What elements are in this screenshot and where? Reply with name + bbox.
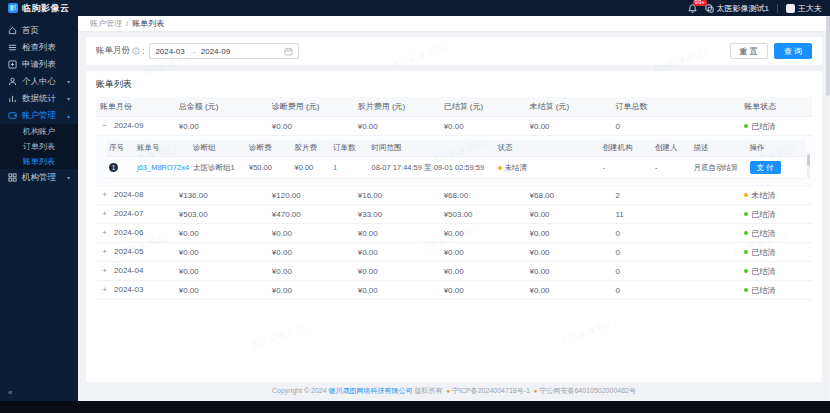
calendar-icon	[284, 47, 293, 56]
range-end-value[interactable]: 2024-09	[201, 47, 230, 56]
sidebar-item-apply-list[interactable]: 申请列表	[0, 56, 78, 73]
dcol-film-fee: 胶片费	[292, 140, 331, 157]
plus-square-icon	[8, 60, 17, 69]
org-name: 太医影像测试1	[717, 3, 769, 14]
breadcrumb-parent[interactable]: 账户管理	[90, 18, 122, 29]
expand-row-icon[interactable]: +	[100, 191, 109, 200]
expand-row-icon[interactable]: +	[100, 267, 109, 276]
org-switcher[interactable]: 太医影像测试1	[705, 3, 769, 14]
film-value: ¥0.00	[354, 262, 440, 281]
chart-icon	[8, 94, 17, 103]
film-value: ¥16.00	[354, 186, 440, 205]
sidebar-item-label: 账单列表	[23, 156, 55, 167]
status-dot-icon	[744, 212, 748, 216]
sidebar-item-personal-center[interactable]: 个人中心 ▾	[0, 73, 78, 90]
chevron-down-icon: ▾	[67, 174, 70, 181]
unsettled-value: ¥0.00	[526, 117, 612, 136]
settled-value: ¥0.00	[440, 262, 526, 281]
breadcrumb-separator: /	[126, 19, 128, 28]
settled-value: ¥0.00	[440, 243, 526, 262]
sidebar-item-label: 个人中心	[22, 76, 56, 88]
user-menu[interactable]: 王大夫	[786, 3, 822, 14]
notification-badge: 99+	[693, 0, 707, 6]
dcol-group: 诊断组	[190, 140, 246, 157]
orders-count-link[interactable]: 1	[333, 163, 337, 172]
app-window: 影 临朐影像云 99+ 太医影像测试1 王大夫 首页	[0, 0, 830, 413]
film-value: ¥0.00	[354, 243, 440, 262]
sidebar-item-order-list[interactable]: 订单列表	[0, 139, 78, 154]
filter-bar: 账单月份 : 2024-03 → 2024-09 重 置 查 询	[86, 37, 822, 65]
bill-no-link[interactable]: j63_M8RO72x4	[137, 163, 189, 172]
sidebar-item-label: 检查列表	[22, 42, 56, 54]
sidebar-item-bill-list[interactable]: 账单列表	[0, 154, 78, 169]
expand-row-icon[interactable]: +	[100, 286, 109, 295]
total-value: ¥0.00	[175, 117, 268, 136]
list-icon	[8, 43, 17, 52]
logo-icon: 影	[8, 3, 18, 13]
film-value: ¥33.00	[354, 205, 440, 224]
col-order-count: 订单总数	[611, 97, 740, 117]
logo-text: 临朐影像云	[22, 2, 70, 15]
expand-row-icon[interactable]: +	[100, 229, 109, 238]
table-row-2024-07: +2024-07 ¥503.00 ¥470.00 ¥33.00 ¥503.00 …	[96, 205, 812, 224]
range-start-value[interactable]: 2024-03	[155, 47, 184, 56]
creator-value: -	[652, 157, 691, 179]
expand-row-icon[interactable]: +	[100, 248, 109, 257]
total-value: ¥0.00	[175, 262, 268, 281]
sidebar-item-label: 首页	[22, 25, 39, 37]
sidebar-item-org-management[interactable]: 机构管理 ▾	[0, 169, 78, 186]
diag-value: ¥470.00	[268, 205, 354, 224]
page-scrollbar-thumb[interactable]	[826, 16, 830, 96]
search-button[interactable]: 查 询	[774, 43, 812, 59]
orders-value: 2	[611, 186, 740, 205]
month-range-picker[interactable]: 2024-03 → 2024-09	[149, 43, 299, 59]
pay-button[interactable]: 支 付	[750, 161, 781, 174]
reset-button[interactable]: 重 置	[730, 43, 768, 59]
app-logo[interactable]: 影 临朐影像云	[8, 2, 70, 15]
settled-value: ¥503.00	[440, 205, 526, 224]
dcol-action: 操作	[747, 140, 807, 157]
expand-row-icon[interactable]: +	[100, 210, 109, 219]
bill-month-label: 账单月份 :	[96, 45, 144, 57]
home-icon	[8, 26, 17, 35]
sidebar-item-org-accounts[interactable]: 机构账户	[0, 124, 78, 139]
collapse-row-icon[interactable]: −	[100, 122, 109, 131]
sidebar-item-account-management[interactable]: 账户管理 ▴	[0, 107, 78, 124]
notifications-button[interactable]: 99+	[688, 3, 697, 13]
month-value: 2024-03	[114, 285, 143, 294]
status-badge: 已结清	[744, 121, 775, 132]
table-row-2024-05: +2024-05 ¥0.00 ¥0.00 ¥0.00 ¥0.00 ¥0.00 0…	[96, 243, 812, 262]
chevron-down-icon: ▾	[67, 95, 70, 102]
status-dot-icon	[744, 250, 748, 254]
table-row-2024-03: +2024-03 ¥0.00 ¥0.00 ¥0.00 ¥0.00 ¥0.00 0…	[96, 281, 812, 300]
company-link[interactable]: 银川晟图网络科技有限公司	[329, 387, 413, 394]
breadcrumb-current: 账单列表	[132, 18, 164, 29]
sidebar-item-data-statistics[interactable]: 数据统计 ▾	[0, 90, 78, 107]
film-value: ¥0.00	[354, 224, 440, 243]
sidebar-item-label: 申请列表	[22, 59, 56, 71]
month-value: 2024-07	[114, 209, 143, 218]
bottom-strip	[0, 401, 830, 413]
orders-value: 0	[611, 117, 740, 136]
rights-text: 版权所有	[413, 387, 443, 394]
account-submenu: 机构账户 订单列表 账单列表	[0, 124, 78, 169]
orders-value: 0	[611, 281, 740, 300]
col-unsettled: 未结算 (元)	[526, 97, 612, 117]
sidebar-item-exam-list[interactable]: 检查列表	[0, 39, 78, 56]
sidebar-collapse-button[interactable]: «	[8, 388, 12, 397]
page-scrollbar[interactable]	[826, 16, 830, 401]
unsettled-value: ¥0.00	[526, 281, 612, 300]
dcol-index: 序号	[106, 140, 134, 157]
sidebar-item-label: 机构管理	[22, 172, 56, 184]
police-number[interactable]: 宁公网安备64010502000482号	[539, 387, 636, 394]
month-value: 2024-08	[114, 190, 143, 199]
detail-scrollbar-thumb[interactable]	[807, 154, 810, 166]
total-value: ¥0.00	[175, 281, 268, 300]
detail-scrollbar[interactable]	[807, 154, 810, 178]
settled-value: ¥0.00	[440, 281, 526, 300]
sidebar-item-home[interactable]: 首页	[0, 22, 78, 39]
unsettled-value: ¥0.00	[526, 262, 612, 281]
orders-value: 0	[611, 224, 740, 243]
icp-number[interactable]: 宁ICP备2024004718号-1	[452, 387, 530, 394]
diag-value: ¥0.00	[268, 224, 354, 243]
